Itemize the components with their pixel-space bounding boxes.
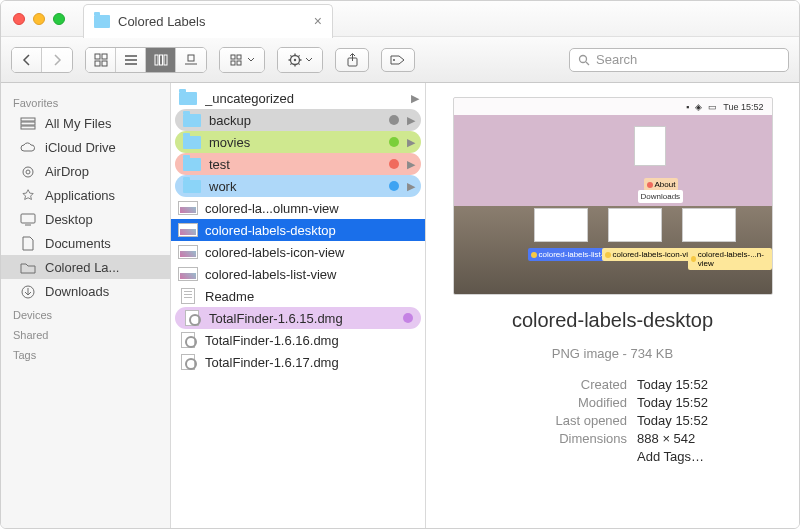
forward-button[interactable] (42, 48, 72, 72)
meta-key: Dimensions (517, 431, 627, 446)
file-row[interactable]: movies▶ (175, 131, 421, 153)
svg-rect-3 (102, 61, 107, 66)
file-row[interactable]: colored-la...olumn-view (171, 197, 425, 219)
color-tag-dot (403, 313, 413, 323)
preview-type: PNG image - 734 KB (552, 346, 673, 361)
sidebar-item-documents[interactable]: Documents (1, 231, 170, 255)
file-row[interactable]: TotalFinder-1.6.15.dmg (175, 307, 421, 329)
folder-icon (183, 136, 201, 149)
svg-rect-2 (95, 61, 100, 66)
list-view-button[interactable] (116, 48, 146, 72)
color-tag-dot (389, 159, 399, 169)
svg-line-24 (290, 63, 291, 64)
tags-button[interactable] (381, 48, 415, 72)
file-row[interactable]: backup▶ (175, 109, 421, 131)
nav-buttons (11, 47, 73, 73)
column-view-button[interactable] (146, 48, 176, 72)
sidebar: Favorites All My FilesiCloud DriveAirDro… (1, 83, 171, 528)
icon-view-button[interactable] (86, 48, 116, 72)
file-row[interactable]: _uncategorized▶ (171, 87, 425, 109)
sidebar-item-airdrop[interactable]: AirDrop (1, 159, 170, 183)
color-tag-dot (389, 115, 399, 125)
cloud-icon (19, 139, 37, 155)
file-row[interactable]: work▶ (175, 175, 421, 197)
sidebar-item-downloads[interactable]: Downloads (1, 279, 170, 303)
svg-rect-32 (21, 122, 35, 125)
sidebar-item-label: Desktop (45, 212, 93, 227)
file-row[interactable]: TotalFinder-1.6.16.dmg (171, 329, 425, 351)
svg-line-30 (586, 62, 589, 65)
svg-point-35 (26, 170, 30, 174)
sidebar-item-desktop[interactable]: Desktop (1, 207, 170, 231)
sidebar-section-tags: Tags (1, 343, 170, 363)
search-field[interactable]: Search (569, 48, 789, 72)
meta-key: Modified (517, 395, 627, 410)
file-row[interactable]: TotalFinder-1.6.17.dmg (171, 351, 425, 373)
finder-window: Colored Labels × (0, 0, 800, 529)
tab[interactable]: Colored Labels × (83, 4, 333, 38)
sidebar-item-cloud[interactable]: iCloud Drive (1, 135, 170, 159)
image-icon (178, 223, 198, 237)
folder-icon (183, 180, 201, 193)
coverflow-view-button[interactable] (176, 48, 206, 72)
sidebar-item-folder[interactable]: Colored La... (1, 255, 170, 279)
close-window-button[interactable] (13, 13, 25, 25)
file-name: _uncategorized (205, 91, 405, 106)
share-button[interactable] (335, 48, 369, 72)
all-my-files-icon (19, 115, 37, 131)
chevron-right-icon: ▶ (407, 158, 415, 171)
file-row[interactable]: colored-labels-desktop (171, 219, 425, 241)
image-icon (178, 245, 198, 259)
clock-label: Tue 15:52 (723, 102, 763, 112)
thumb-label-icon: colored-labels-icon-view (602, 248, 702, 261)
sidebar-item-all-my-files[interactable]: All My Files (1, 111, 170, 135)
thumb-menubar: ▪ ◈ ▭ Tue 15:52 (454, 98, 772, 115)
svg-point-34 (23, 167, 33, 177)
sidebar-item-applications[interactable]: Applications (1, 183, 170, 207)
svg-rect-13 (237, 55, 241, 59)
view-mode-buttons (85, 47, 207, 73)
action-button[interactable] (278, 48, 322, 72)
applications-icon (19, 187, 37, 203)
file-column: _uncategorized▶backup▶movies▶test▶work▶c… (171, 83, 426, 528)
chevron-right-icon: ▶ (407, 136, 415, 149)
back-button[interactable] (12, 48, 42, 72)
svg-point-28 (393, 59, 395, 61)
svg-rect-1 (102, 54, 107, 59)
thumb-window (634, 126, 666, 166)
svg-rect-12 (231, 55, 235, 59)
preview-metadata: CreatedToday 15:52ModifiedToday 15:52Las… (517, 377, 708, 464)
file-name: colored-la...olumn-view (205, 201, 419, 216)
svg-rect-10 (188, 55, 194, 61)
zoom-window-button[interactable] (53, 13, 65, 25)
file-row[interactable]: Readme (171, 285, 425, 307)
add-tags-button[interactable]: Add Tags… (637, 449, 708, 464)
meta-value: Today 15:52 (637, 377, 708, 392)
window-controls (1, 13, 65, 25)
file-row[interactable]: colored-labels-list-view (171, 263, 425, 285)
dmg-icon (185, 310, 199, 326)
folder-icon (183, 114, 201, 127)
file-name: Readme (205, 289, 419, 304)
sidebar-item-label: Applications (45, 188, 115, 203)
svg-rect-7 (155, 55, 158, 65)
documents-icon (19, 235, 37, 251)
body: Favorites All My FilesiCloud DriveAirDro… (1, 83, 799, 528)
arrange-button[interactable] (220, 48, 264, 72)
image-icon (178, 201, 198, 215)
file-row[interactable]: colored-labels-icon-view (171, 241, 425, 263)
dmg-icon (181, 332, 195, 348)
chevron-right-icon: ▶ (407, 114, 415, 127)
file-name: colored-labels-icon-view (205, 245, 419, 260)
meta-value: Today 15:52 (637, 413, 708, 428)
close-tab-button[interactable]: × (314, 13, 322, 29)
file-name: TotalFinder-1.6.17.dmg (205, 355, 419, 370)
svg-rect-14 (231, 61, 235, 65)
minimize-window-button[interactable] (33, 13, 45, 25)
svg-point-17 (293, 58, 295, 60)
folder-icon (183, 158, 201, 171)
sidebar-item-label: Colored La... (45, 260, 119, 275)
file-row[interactable]: test▶ (175, 153, 421, 175)
search-placeholder: Search (596, 52, 637, 67)
file-name: work (209, 179, 383, 194)
